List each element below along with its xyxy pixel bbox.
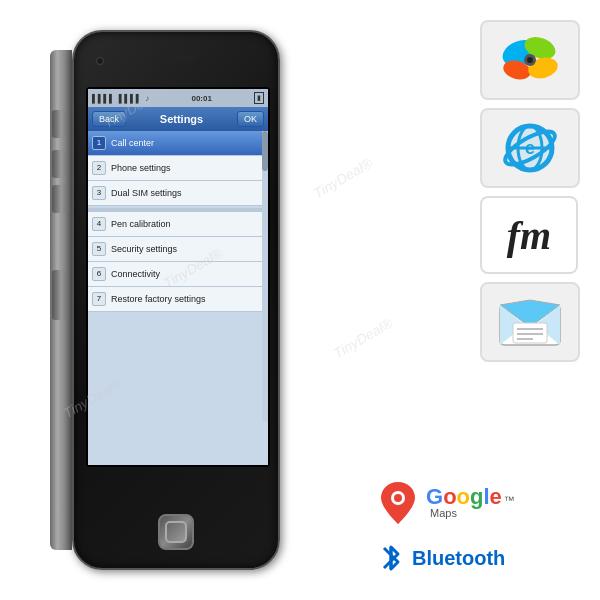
menu-group-1: 1 Call center 2 Phone settings 3 Dual SI… bbox=[88, 131, 268, 206]
phone: ▌▌▌▌ ▌▌▌▌ ♪ 00:01 ▮ Back Settings OK bbox=[50, 30, 280, 570]
fm-icon-box[interactable]: fm bbox=[480, 196, 578, 274]
call-center-label: Call center bbox=[111, 138, 154, 148]
menu-group-2: 4 Pen calibration 5 Security settings 6 … bbox=[88, 212, 268, 312]
battery-icon: ▮ bbox=[254, 92, 264, 104]
msn-icon-box[interactable] bbox=[480, 20, 580, 100]
svg-rect-16 bbox=[513, 323, 547, 343]
menu-item-connectivity[interactable]: 6 Connectivity bbox=[88, 262, 268, 287]
menu-item-pen-calibration[interactable]: 4 Pen calibration bbox=[88, 212, 268, 237]
phone-screen: ▌▌▌▌ ▌▌▌▌ ♪ 00:01 ▮ Back Settings OK bbox=[88, 89, 268, 465]
google-text: G o o g l e ™ Maps bbox=[426, 486, 515, 519]
mail-icon bbox=[495, 295, 565, 350]
svg-point-5 bbox=[527, 57, 533, 63]
signal-bars-2: ▌▌▌▌ bbox=[119, 94, 142, 103]
bottom-icons-panel: G o o g l e ™ Maps Bluetooth bbox=[370, 475, 590, 580]
bluetooth-icon bbox=[376, 540, 406, 576]
ie-icon-box[interactable]: e bbox=[480, 108, 580, 188]
menu-item-phone-settings[interactable]: 2 Phone settings bbox=[88, 156, 268, 181]
item-num-1: 1 bbox=[92, 136, 106, 150]
pen-calibration-label: Pen calibration bbox=[111, 219, 171, 229]
phone-side bbox=[50, 50, 72, 550]
fm-icon: fm bbox=[507, 212, 551, 259]
signal-icons: ▌▌▌▌ ▌▌▌▌ ♪ bbox=[92, 94, 149, 103]
ie-icon: e bbox=[498, 118, 563, 178]
title-bar: Back Settings OK bbox=[88, 107, 268, 131]
item-num-6: 6 bbox=[92, 267, 106, 281]
item-num-2: 2 bbox=[92, 161, 106, 175]
menu-item-call-center[interactable]: 1 Call center bbox=[88, 131, 268, 156]
google-maps-box[interactable]: G o o g l e ™ Maps bbox=[370, 475, 580, 530]
svg-point-21 bbox=[394, 494, 402, 502]
bluetooth-label: Bluetooth bbox=[412, 547, 505, 570]
menu-item-dual-sim[interactable]: 3 Dual SIM settings bbox=[88, 181, 268, 206]
speaker bbox=[156, 54, 196, 62]
phone-settings-label: Phone settings bbox=[111, 163, 171, 173]
watermark-4: TinyDeal® bbox=[310, 155, 375, 202]
status-bar: ▌▌▌▌ ▌▌▌▌ ♪ 00:01 ▮ bbox=[88, 89, 268, 107]
connectivity-label: Connectivity bbox=[111, 269, 160, 279]
side-button-power[interactable] bbox=[52, 270, 70, 320]
scrollbar[interactable] bbox=[262, 131, 268, 421]
back-button[interactable]: Back bbox=[92, 111, 126, 127]
maps-sublabel: Maps bbox=[430, 508, 515, 519]
home-button[interactable] bbox=[158, 514, 194, 550]
phone-body: ▌▌▌▌ ▌▌▌▌ ♪ 00:01 ▮ Back Settings OK bbox=[72, 30, 280, 570]
security-label: Security settings bbox=[111, 244, 177, 254]
side-button-mute[interactable] bbox=[52, 110, 70, 138]
item-num-3: 3 bbox=[92, 186, 106, 200]
restore-label: Restore factory settings bbox=[111, 294, 206, 304]
bluetooth-box[interactable]: Bluetooth bbox=[370, 536, 580, 580]
side-button-vol-up[interactable] bbox=[52, 150, 70, 178]
item-num-7: 7 bbox=[92, 292, 106, 306]
side-button-vol-down[interactable] bbox=[52, 185, 70, 213]
scroll-thumb[interactable] bbox=[262, 131, 268, 171]
dual-sim-label: Dual SIM settings bbox=[111, 188, 182, 198]
menu-item-security[interactable]: 5 Security settings bbox=[88, 237, 268, 262]
settings-title: Settings bbox=[160, 113, 203, 125]
signal-bars: ▌▌▌▌ bbox=[92, 94, 115, 103]
item-num-5: 5 bbox=[92, 242, 106, 256]
time-display: 00:01 bbox=[191, 94, 211, 103]
google-word: G o o g l e ™ bbox=[426, 486, 515, 508]
msn-icon bbox=[495, 28, 565, 93]
watermark-5: TinyDeal® bbox=[330, 315, 395, 362]
google-maps-icon bbox=[378, 480, 418, 525]
home-button-inner bbox=[165, 521, 187, 543]
svg-text:e: e bbox=[524, 138, 534, 158]
mail-icon-box[interactable] bbox=[480, 282, 580, 362]
ok-button[interactable]: OK bbox=[237, 111, 264, 127]
music-note: ♪ bbox=[145, 94, 149, 103]
app-icons-panel: e fm bbox=[480, 20, 590, 362]
item-num-4: 4 bbox=[92, 217, 106, 231]
camera bbox=[96, 57, 104, 65]
screen-bezel: ▌▌▌▌ ▌▌▌▌ ♪ 00:01 ▮ Back Settings OK bbox=[86, 87, 270, 467]
menu-item-restore[interactable]: 7 Restore factory settings bbox=[88, 287, 268, 312]
